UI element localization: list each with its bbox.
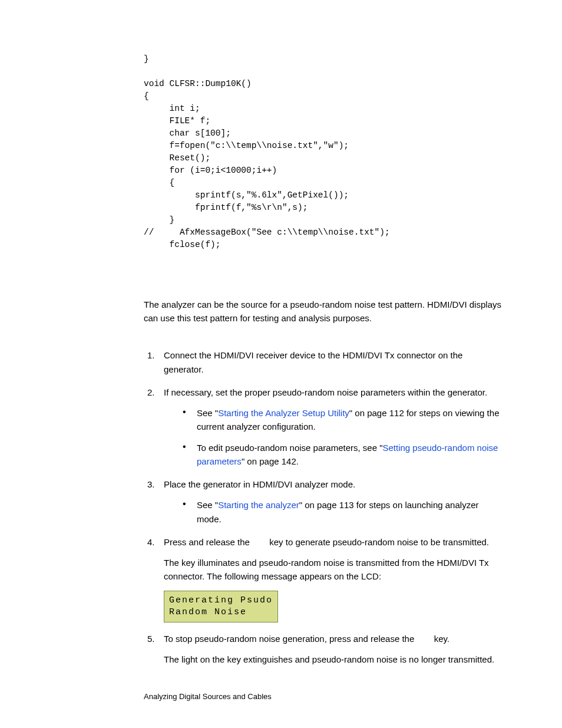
- text: See ": [197, 500, 218, 510]
- step-5: To stop pseudo-random noise generation, …: [144, 632, 503, 667]
- text: To stop pseudo-random noise generation, …: [164, 634, 416, 644]
- key-placeholder: [416, 634, 431, 644]
- text: key to generate pseudo-random noise to b…: [267, 537, 489, 547]
- lcd-line-1: Generating Psudo: [169, 595, 273, 607]
- step-text: Place the generator in HDMI/DVI analyzer…: [164, 479, 355, 489]
- text: To edit pseudo-random noise parameters, …: [197, 443, 383, 453]
- text: See ": [197, 408, 218, 418]
- step-3-sub-a: See "Starting the analyzer" on page 113 …: [183, 498, 503, 526]
- step-4-result: The key illuminates and pseudo-random no…: [164, 556, 503, 584]
- lcd-display: Generating Psudo Random Noise: [164, 591, 278, 623]
- link-starting-analyzer-setup[interactable]: Starting the Analyzer Setup Utility: [218, 408, 349, 418]
- page-footer: Analyzing Digital Sources and Cables: [144, 692, 272, 701]
- text: key.: [431, 634, 449, 644]
- text: " on page 142.: [242, 456, 299, 466]
- intro-paragraph: The analyzer can be the source for a pse…: [144, 298, 503, 325]
- key-placeholder: [252, 537, 267, 547]
- step-5-result: The light on the key extinguishes and ps…: [164, 653, 503, 666]
- code-block: } void CLFSR::Dump10K() { int i; FILE* f…: [144, 53, 503, 251]
- step-2-sub-a: See "Starting the Analyzer Setup Utility…: [183, 406, 503, 434]
- text: Press and release the: [164, 537, 252, 547]
- step-3: Place the generator in HDMI/DVI analyzer…: [144, 477, 503, 526]
- lcd-line-2: Random Noise: [169, 607, 273, 618]
- step-2: If necessary, set the proper pseudo-rand…: [144, 386, 503, 468]
- step-text: Connect the HDMI/DVI receiver device to …: [164, 350, 462, 374]
- step-4: Press and release the key to generate ps…: [144, 535, 503, 622]
- steps-list: Connect the HDMI/DVI receiver device to …: [144, 348, 503, 666]
- step-2-sub-b: To edit pseudo-random noise parameters, …: [183, 441, 503, 469]
- step-1: Connect the HDMI/DVI receiver device to …: [144, 348, 503, 376]
- step-text: If necessary, set the proper pseudo-rand…: [164, 387, 487, 397]
- link-starting-analyzer[interactable]: Starting the analyzer: [218, 500, 299, 510]
